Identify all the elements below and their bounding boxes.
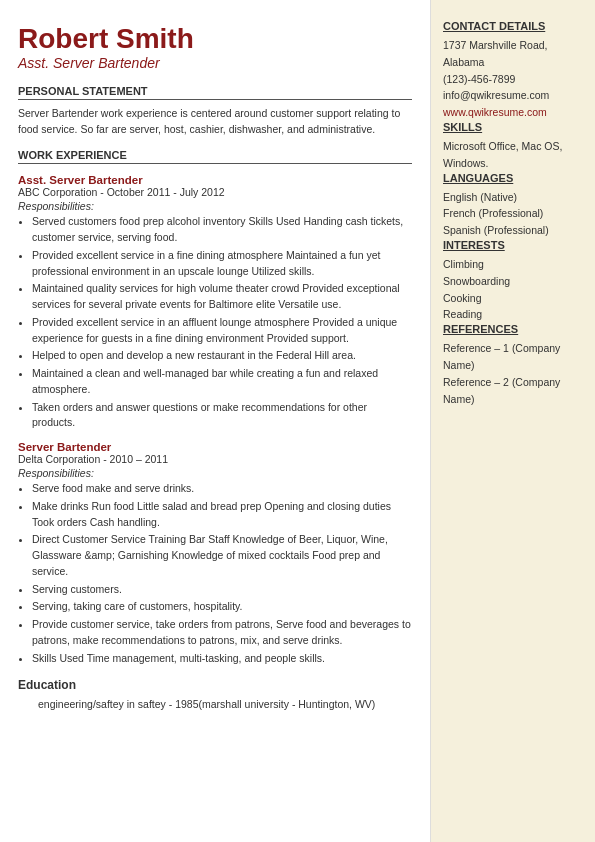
interest-item: Climbing	[443, 256, 583, 273]
job-2: Server Bartender Delta Corporation - 201…	[18, 441, 412, 666]
job-1-resp-label: Responsibilities:	[18, 200, 412, 212]
left-column: Robert Smith Asst. Server Bartender PERS…	[0, 0, 430, 842]
job-1-company: ABC Corporation - October 2011 - July 20…	[18, 186, 412, 198]
interest-item: Cooking	[443, 290, 583, 307]
work-experience-title: WORK EXPERIENCE	[18, 149, 412, 164]
contact-address: 1737 Marshville Road, Alabama (123)-456-…	[443, 37, 583, 121]
list-item: Provided excellent service in a fine din…	[32, 248, 412, 280]
job-1: Asst. Server Bartender ABC Corporation -…	[18, 174, 412, 431]
list-item: Provided excellent service in an affluen…	[32, 315, 412, 347]
education-section: Education engineering/saftey in saftey -…	[18, 678, 412, 710]
list-item: Skills Used Time management, multi-taski…	[32, 651, 412, 667]
education-detail: engineering/saftey in saftey - 1985(mars…	[18, 698, 412, 710]
education-title: Education	[18, 678, 412, 694]
job-2-resp-label: Responsibilities:	[18, 467, 412, 479]
language-item: French (Professional)	[443, 205, 583, 222]
personal-statement-text: Server Bartender work experience is cent…	[18, 106, 412, 138]
reference-item: Reference – 2 (Company Name)	[443, 374, 583, 408]
interests-title: INTERESTS	[443, 239, 583, 251]
interests-list: Climbing Snowboarding Cooking Reading	[443, 256, 583, 323]
list-item: Maintained quality services for high vol…	[32, 281, 412, 313]
list-item: Maintained a clean and well-managed bar …	[32, 366, 412, 398]
references-list: Reference – 1 (Company Name) Reference –…	[443, 340, 583, 407]
list-item: Make drinks Run food Little salad and br…	[32, 499, 412, 531]
interests-section: INTERESTS Climbing Snowboarding Cooking …	[443, 239, 583, 323]
skills-title: SKILLS	[443, 121, 583, 133]
contact-section: CONTACT DETAILS 1737 Marshville Road, Al…	[443, 20, 583, 121]
candidate-name: Robert Smith	[18, 24, 412, 55]
list-item: Taken orders and answer questions or mak…	[32, 400, 412, 432]
contact-website[interactable]: www.qwikresume.com	[443, 106, 547, 118]
language-item: English (Native)	[443, 189, 583, 206]
list-item: Served customers food prep alcohol inven…	[32, 214, 412, 246]
list-item: Helped to open and develop a new restaur…	[32, 348, 412, 364]
contact-email: info@qwikresume.com	[443, 89, 549, 101]
reference-item: Reference – 1 (Company Name)	[443, 340, 583, 374]
list-item: Provide customer service, take orders fr…	[32, 617, 412, 649]
list-item: Serve food make and serve drinks.	[32, 481, 412, 497]
skills-text: Microsoft Office, Mac OS, Windows.	[443, 138, 583, 172]
job-1-title: Asst. Server Bartender	[18, 174, 412, 186]
interest-item: Reading	[443, 306, 583, 323]
work-experience-section: WORK EXPERIENCE Asst. Server Bartender A…	[18, 149, 412, 666]
right-column: CONTACT DETAILS 1737 Marshville Road, Al…	[430, 0, 595, 842]
contact-title: CONTACT DETAILS	[443, 20, 583, 32]
skills-section: SKILLS Microsoft Office, Mac OS, Windows…	[443, 121, 583, 172]
languages-title: LANGUAGES	[443, 172, 583, 184]
job-1-resp-list: Served customers food prep alcohol inven…	[18, 214, 412, 431]
personal-statement-title: PERSONAL STATEMENT	[18, 85, 412, 100]
languages-section: LANGUAGES English (Native) French (Profe…	[443, 172, 583, 239]
list-item: Serving customers.	[32, 582, 412, 598]
references-title: REFERENCES	[443, 323, 583, 335]
languages-list: English (Native) French (Professional) S…	[443, 189, 583, 239]
contact-phone: (123)-456-7899	[443, 73, 515, 85]
interest-item: Snowboarding	[443, 273, 583, 290]
job-2-resp-list: Serve food make and serve drinks. Make d…	[18, 481, 412, 666]
list-item: Serving, taking care of customers, hospi…	[32, 599, 412, 615]
references-section: REFERENCES Reference – 1 (Company Name) …	[443, 323, 583, 407]
job-2-title: Server Bartender	[18, 441, 412, 453]
candidate-title: Asst. Server Bartender	[18, 55, 412, 71]
list-item: Direct Customer Service Training Bar Sta…	[32, 532, 412, 579]
language-item: Spanish (Professional)	[443, 222, 583, 239]
job-2-company: Delta Corporation - 2010 – 2011	[18, 453, 412, 465]
personal-statement-section: PERSONAL STATEMENT Server Bartender work…	[18, 85, 412, 138]
